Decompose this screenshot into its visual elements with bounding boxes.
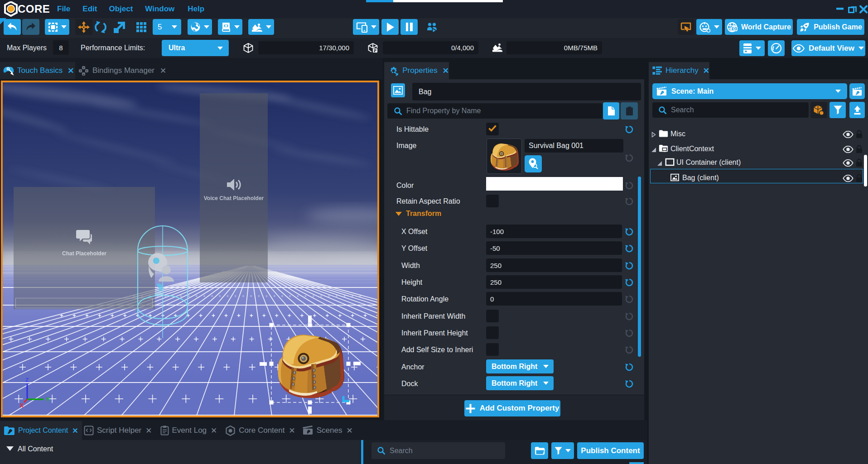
svg-text:CORE: CORE	[18, 3, 50, 15]
svg-text:Y: Y	[46, 397, 50, 403]
svg-text:Z: Z	[25, 378, 29, 383]
svg-text:X: X	[20, 402, 24, 409]
